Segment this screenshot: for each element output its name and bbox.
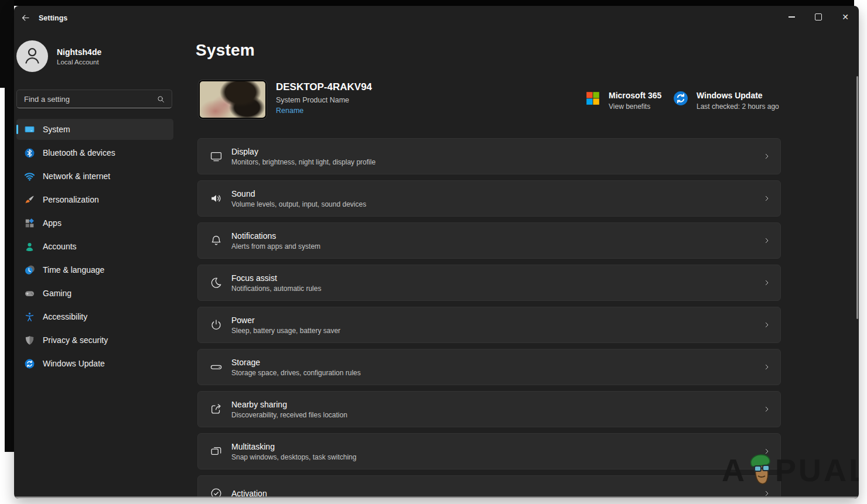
network-icon [24, 171, 35, 182]
nearby-sharing-icon [210, 403, 223, 416]
person-icon [22, 45, 42, 67]
settings-row-notifications[interactable]: NotificationsAlerts from apps and system [197, 222, 781, 259]
view-benefits-link[interactable]: View benefits [609, 102, 661, 111]
rename-link[interactable]: Rename [276, 107, 303, 115]
microsoft-logo-icon [585, 91, 600, 106]
notifications-icon [210, 234, 223, 247]
row-description: Storage space, drives, configuration rul… [231, 369, 361, 377]
row-title: Multitasking [231, 442, 356, 451]
minimize-button[interactable] [778, 6, 805, 28]
row-title: Focus assist [231, 273, 321, 283]
row-title: Activation [231, 489, 267, 498]
chevron-right-icon [763, 447, 771, 455]
avatar [16, 40, 48, 72]
row-description: Alerts from apps and system [231, 242, 320, 251]
device-product-name: System Product Name [276, 96, 372, 104]
microsoft-365-text: Microsoft 365 View benefits [609, 91, 661, 111]
sidebar-item-accounts[interactable]: Accounts [16, 236, 173, 257]
sidebar-item-label: System [43, 125, 70, 134]
accounts-icon [24, 241, 35, 252]
settings-row-activation[interactable]: Activation [197, 475, 781, 499]
sidebar-item-label: Time & language [43, 265, 104, 275]
row-description: Sleep, battery usage, battery saver [231, 327, 340, 335]
row-title: Notifications [231, 231, 320, 241]
settings-row-nearby-sharing[interactable]: Nearby sharingDiscoverability, received … [197, 391, 781, 427]
row-text: Nearby sharingDiscoverability, received … [231, 400, 347, 419]
row-title: Nearby sharing [231, 400, 347, 409]
sidebar-item-label: Network & internet [43, 172, 110, 181]
sidebar-item-network-internet[interactable]: Network & internet [16, 166, 173, 187]
storage-icon [210, 361, 223, 373]
windows-update-icon [24, 358, 35, 369]
device-thumbnail [199, 80, 267, 119]
sidebar-item-label: Personalization [43, 195, 99, 204]
sidebar-item-gaming[interactable]: Gaming [16, 283, 173, 304]
sidebar-item-privacy-security[interactable]: Privacy & security [16, 330, 173, 351]
row-text: PowerSleep, battery usage, battery saver [231, 316, 340, 335]
settings-row-power[interactable]: PowerSleep, battery usage, battery saver [197, 307, 781, 343]
settings-row-display[interactable]: DisplayMonitors, brightness, night light… [197, 138, 781, 174]
sidebar-item-label: Accessibility [43, 312, 87, 321]
settings-window: Settings ✕ Nightsh4de Local Account Syst… [14, 6, 859, 499]
selection-indicator [16, 125, 18, 134]
multitasking-icon [210, 445, 223, 458]
row-title: Storage [231, 358, 361, 367]
minimize-icon [789, 16, 795, 17]
settings-row-focus-assist[interactable]: Focus assistNotifications, automatic rul… [197, 265, 781, 301]
sound-icon [210, 192, 223, 205]
sidebar-item-time-language[interactable]: Time & language [16, 259, 173, 280]
device-name: DESKTOP-4RAKV94 [276, 81, 372, 93]
settings-row-storage[interactable]: StorageStorage space, drives, configurat… [197, 349, 781, 385]
row-description: Snap windows, desktops, task switching [231, 453, 356, 461]
activation-icon [210, 487, 223, 499]
windows-update-card[interactable]: Windows Update Last checked: 2 hours ago [673, 91, 779, 111]
system-icon [24, 124, 35, 135]
microsoft-365-card[interactable]: Microsoft 365 View benefits [585, 91, 661, 111]
row-title: Power [231, 316, 340, 325]
watermark-text-suffix: PUALS [775, 452, 859, 488]
window-controls: ✕ [778, 6, 859, 28]
maximize-button[interactable] [805, 6, 832, 28]
row-text: Activation [231, 489, 267, 498]
row-text: NotificationsAlerts from apps and system [231, 231, 320, 251]
settings-row-list: DisplayMonitors, brightness, night light… [197, 138, 781, 499]
focus-assist-icon [210, 276, 223, 289]
user-text: Nightsh4de Local Account [57, 47, 101, 66]
sidebar-item-accessibility[interactable]: Accessibility [16, 306, 173, 327]
accessibility-icon [24, 311, 35, 323]
sidebar-item-apps[interactable]: Apps [16, 212, 173, 234]
sidebar-item-windows-update[interactable]: Windows Update [16, 353, 173, 374]
close-button[interactable]: ✕ [832, 6, 859, 28]
gaming-icon [24, 288, 35, 299]
search-box [16, 90, 172, 108]
chevron-right-icon [763, 152, 771, 160]
settings-row-multitasking[interactable]: MultitaskingSnap windows, desktops, task… [197, 433, 781, 469]
apps-icon [24, 218, 35, 229]
sidebar-item-system[interactable]: System [16, 119, 173, 140]
chevron-right-icon [763, 405, 771, 413]
user-profile[interactable]: Nightsh4de Local Account [16, 40, 173, 73]
backdrop-top-strip [0, 0, 854, 6]
sidebar-item-label: Windows Update [43, 359, 105, 368]
sidebar-item-personalization[interactable]: Personalization [16, 189, 173, 210]
row-text: Focus assistNotifications, automatic rul… [231, 273, 321, 293]
personalization-icon [24, 194, 35, 205]
chevron-right-icon [763, 194, 771, 203]
sidebar-item-label: Apps [43, 218, 62, 228]
chevron-right-icon [763, 321, 771, 329]
user-name: Nightsh4de [57, 47, 101, 57]
sidebar: Nightsh4de Local Account SystemBluetooth… [16, 6, 176, 499]
row-description: Volume levels, output, input, sound devi… [231, 200, 366, 208]
search-input[interactable] [17, 95, 156, 104]
settings-row-sound[interactable]: SoundVolume levels, output, input, sound… [197, 180, 781, 217]
sidebar-item-bluetooth-devices[interactable]: Bluetooth & devices [16, 142, 173, 163]
windows-update-status: Last checked: 2 hours ago [697, 102, 779, 111]
page-title: System [196, 41, 255, 60]
display-icon [210, 150, 223, 163]
vertical-scrollbar[interactable] [856, 76, 858, 319]
search-icon [156, 95, 165, 104]
close-icon: ✕ [842, 13, 849, 21]
chevron-right-icon [763, 279, 771, 287]
microsoft-365-title: Microsoft 365 [609, 91, 661, 100]
user-account-type: Local Account [57, 59, 101, 66]
